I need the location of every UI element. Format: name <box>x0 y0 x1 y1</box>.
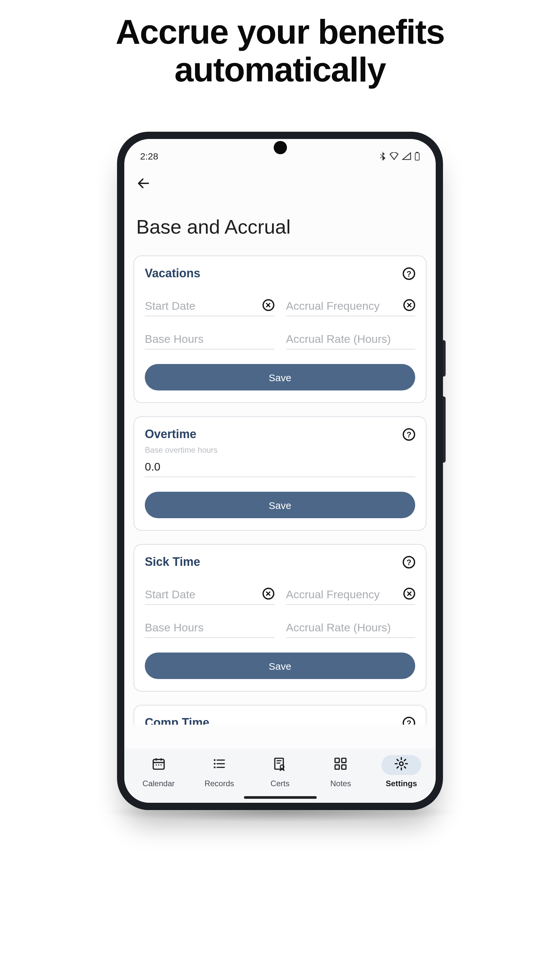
svg-rect-1 <box>416 152 418 153</box>
svg-point-7 <box>213 763 215 765</box>
base-hours-field[interactable] <box>145 608 274 638</box>
card-title-comp: Comp Time <box>145 716 209 725</box>
clear-icon[interactable]: ✕ <box>262 588 274 600</box>
wifi-icon <box>390 152 399 160</box>
svg-rect-0 <box>415 153 419 160</box>
clear-icon[interactable]: ✕ <box>403 588 415 600</box>
page-title: Base and Accrual <box>133 202 427 256</box>
overtime-hours-field[interactable]: Base overtime hours <box>145 447 415 478</box>
certificate-icon <box>273 757 287 774</box>
home-indicator <box>244 796 316 799</box>
start-date-field[interactable]: ✕ <box>145 575 274 605</box>
accrual-freq-field[interactable]: ✕ <box>286 286 415 317</box>
nav-settings[interactable]: Settings <box>371 756 432 788</box>
accrual-rate-input[interactable] <box>286 333 415 346</box>
svg-rect-14 <box>342 765 346 769</box>
nav-records[interactable]: Records <box>189 756 250 788</box>
card-title-vacations: Vacations <box>145 267 200 281</box>
svg-point-8 <box>213 767 215 769</box>
status-time: 2:28 <box>140 151 158 162</box>
card-sick-time: Sick Time ? ✕ ✕ <box>133 544 427 692</box>
svg-point-5 <box>160 765 162 766</box>
nav-label: Notes <box>330 779 351 788</box>
svg-rect-9 <box>275 759 284 769</box>
gear-icon <box>394 757 408 774</box>
svg-rect-12 <box>342 759 346 763</box>
card-comp-time: Comp Time ? <box>133 705 427 725</box>
start-date-field[interactable]: ✕ <box>145 286 274 317</box>
accrual-rate-field[interactable] <box>286 319 415 350</box>
card-vacations: Vacations ? ✕ ✕ <box>133 256 427 404</box>
save-button[interactable]: Save <box>145 653 415 679</box>
nav-certs[interactable]: Certs <box>250 756 310 788</box>
base-hours-input[interactable] <box>145 622 274 635</box>
start-date-input[interactable] <box>145 300 260 314</box>
nav-calendar[interactable]: Calendar <box>128 756 189 788</box>
base-hours-input[interactable] <box>145 333 274 346</box>
signal-icon <box>402 152 411 160</box>
nav-label: Calendar <box>142 779 175 788</box>
svg-point-3 <box>156 765 157 766</box>
dashboard-icon <box>334 757 348 774</box>
phone-camera <box>274 141 286 155</box>
back-button[interactable] <box>136 176 151 194</box>
calendar-icon <box>152 757 166 774</box>
svg-rect-11 <box>335 759 339 763</box>
headline: Accrue your benefits automatically <box>0 13 560 89</box>
accrual-freq-input[interactable] <box>286 300 401 314</box>
nav-label: Records <box>205 779 234 788</box>
help-icon[interactable]: ? <box>403 428 415 441</box>
svg-point-6 <box>213 759 215 761</box>
clear-icon[interactable]: ✕ <box>262 300 274 311</box>
svg-point-4 <box>158 765 159 766</box>
accrual-freq-field[interactable]: ✕ <box>286 575 415 605</box>
phone-mockup: 2:28 <box>117 132 443 810</box>
help-icon[interactable]: ? <box>403 268 415 280</box>
accrual-rate-input[interactable] <box>286 622 415 635</box>
svg-point-15 <box>400 762 403 766</box>
base-hours-field[interactable] <box>145 319 274 350</box>
help-icon[interactable]: ? <box>403 717 415 725</box>
nav-label: Settings <box>386 779 417 788</box>
start-date-input[interactable] <box>145 589 260 602</box>
help-icon[interactable]: ? <box>403 556 415 569</box>
overtime-hours-input[interactable] <box>145 461 415 474</box>
accrual-freq-input[interactable] <box>286 589 401 602</box>
card-overtime: Overtime ? Base overtime hours Save <box>133 417 427 531</box>
save-button[interactable]: Save <box>145 364 415 391</box>
nav-label: Certs <box>271 779 289 788</box>
overtime-label: Base overtime hours <box>145 446 218 455</box>
nav-notes[interactable]: Notes <box>310 756 371 788</box>
card-title-overtime: Overtime <box>145 428 196 442</box>
save-button[interactable]: Save <box>145 492 415 518</box>
battery-icon <box>415 152 420 161</box>
clear-icon[interactable]: ✕ <box>403 300 415 311</box>
bottom-nav: Calendar Records <box>124 749 436 803</box>
app-bar <box>124 168 436 202</box>
bluetooth-icon <box>379 152 386 161</box>
svg-rect-13 <box>335 765 339 769</box>
card-title-sick: Sick Time <box>145 556 200 570</box>
list-icon <box>212 757 226 774</box>
accrual-rate-field[interactable] <box>286 608 415 638</box>
